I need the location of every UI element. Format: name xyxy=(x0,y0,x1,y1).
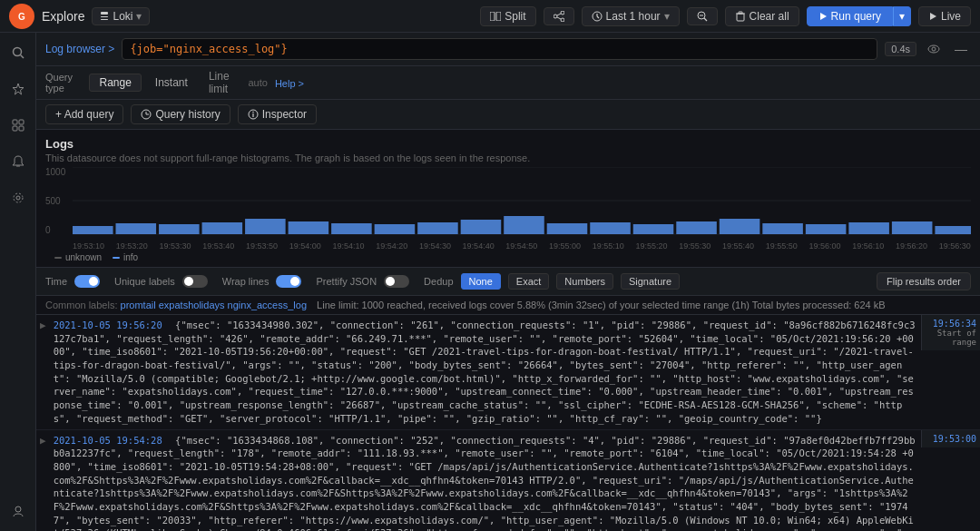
dedup-exact-button[interactable]: Exact xyxy=(508,273,550,290)
query-bar: Log browser > 0.4s — xyxy=(36,33,980,66)
svg-rect-45 xyxy=(73,226,113,234)
line-limit-label: Line limit xyxy=(209,70,241,95)
label-nginx[interactable]: nginx_access_log xyxy=(228,300,307,310)
svg-point-7 xyxy=(561,11,564,15)
live-button[interactable]: Live xyxy=(918,6,971,26)
log-sidebar-time: 19:53:00 xyxy=(926,434,976,444)
play-icon xyxy=(818,12,828,21)
left-sidebar xyxy=(0,33,36,531)
query-input[interactable] xyxy=(122,38,877,60)
svg-point-35 xyxy=(932,47,936,51)
datasource-icon xyxy=(100,11,109,22)
log-entry[interactable]: ▶ 2021-10-05 19:54:28 {"msec": "16334348… xyxy=(36,430,980,532)
svg-rect-57 xyxy=(590,222,631,234)
prettify-json-toggle[interactable] xyxy=(384,275,409,288)
controls-row: Time Unique labels Wrap lines Prettify J… xyxy=(36,267,980,296)
log-text: {"msec": "1633434868.108", "connection":… xyxy=(54,435,916,532)
legend-info-dot xyxy=(113,257,120,259)
legend-unknown-dot xyxy=(54,257,62,259)
svg-point-9 xyxy=(561,18,564,22)
collapse-icon[interactable]: — xyxy=(951,40,971,58)
svg-rect-27 xyxy=(19,120,24,124)
log-expand-icon[interactable]: ▶ xyxy=(36,430,50,450)
run-query-dropdown[interactable]: ▾ xyxy=(893,6,911,26)
svg-marker-21 xyxy=(820,13,827,20)
log-sidebar-time: 19:56:34 xyxy=(926,319,976,329)
time-range-button[interactable]: Last 1 hour ▾ xyxy=(582,6,680,26)
live-icon xyxy=(928,12,937,21)
time-toggle[interactable] xyxy=(74,275,100,288)
time-label: Time xyxy=(45,276,67,287)
sidebar-dashboard-icon[interactable] xyxy=(5,113,31,138)
datasource-chevron: ▾ xyxy=(136,10,142,23)
dedup-numbers-button[interactable]: Numbers xyxy=(556,273,613,290)
svg-rect-54 xyxy=(461,220,502,234)
svg-line-10 xyxy=(557,17,561,19)
query-history-button[interactable]: Query history xyxy=(131,104,230,124)
split-button[interactable]: Split xyxy=(480,6,535,26)
tab-range[interactable]: Range xyxy=(89,74,141,92)
log-timestamp: 2021-10-05 19:54:28 xyxy=(54,435,168,446)
svg-rect-46 xyxy=(116,223,157,234)
chart-legend: unknown info xyxy=(45,251,971,264)
chart-yaxis: 1000 500 0 xyxy=(45,167,73,235)
sidebar-bell-icon[interactable] xyxy=(5,149,31,174)
svg-rect-6 xyxy=(496,12,501,21)
log-sidebar-label: Start ofrange xyxy=(926,329,976,347)
zoom-out-button[interactable] xyxy=(687,7,718,25)
help-link[interactable]: Help > xyxy=(275,78,304,89)
unique-labels-toggle[interactable] xyxy=(182,275,208,288)
log-entry[interactable]: ▶ 2021-10-05 19:56:20 {"msec": "16334349… xyxy=(36,315,980,430)
log-text: {"msec": "1633434980.302", "connection":… xyxy=(54,320,916,424)
common-labels-text: Common labels: xyxy=(45,300,117,310)
svg-rect-26 xyxy=(13,120,17,124)
svg-point-32 xyxy=(14,193,23,202)
wrap-lines-toggle[interactable] xyxy=(276,275,301,288)
dedup-none-button[interactable]: None xyxy=(461,273,501,290)
content-area: Log browser > 0.4s — Query type Range In… xyxy=(36,33,980,531)
log-expand-icon[interactable]: ▶ xyxy=(36,315,50,335)
svg-line-14 xyxy=(597,16,599,18)
sidebar-gear-icon[interactable] xyxy=(5,185,31,211)
svg-rect-65 xyxy=(935,226,971,234)
tab-instant[interactable]: Instant xyxy=(145,74,198,92)
chart-area: 1000 500 0 xyxy=(36,167,980,267)
log-sidebar-panel: 19:53:00 xyxy=(921,430,980,447)
breadcrumb[interactable]: Log browser > xyxy=(45,43,114,55)
split-icon xyxy=(490,12,501,21)
svg-rect-18 xyxy=(737,14,744,21)
svg-rect-5 xyxy=(490,12,495,21)
sidebar-user-icon[interactable] xyxy=(5,498,31,524)
zoom-out-icon xyxy=(697,11,708,22)
inspector-button[interactable]: Inspector xyxy=(238,104,317,124)
top-nav: G Explore Loki ▾ Split Last 1 hour ▾ Cle… xyxy=(0,0,980,33)
svg-marker-25 xyxy=(13,84,24,94)
svg-text:G: G xyxy=(18,12,25,22)
run-query-button[interactable]: Run query xyxy=(807,6,893,26)
eye-icon[interactable] xyxy=(924,40,944,58)
add-query-button[interactable]: + Add query xyxy=(45,104,123,124)
datasource-selector[interactable]: Loki ▾ xyxy=(92,7,150,25)
flip-results-button[interactable]: Flip results order xyxy=(877,272,971,290)
svg-point-34 xyxy=(928,45,939,53)
clock-icon xyxy=(592,11,603,22)
label-promtail[interactable]: promtail xyxy=(121,300,156,310)
dedup-signature-button[interactable]: Signature xyxy=(621,273,680,290)
svg-line-24 xyxy=(20,55,24,59)
yaxis-500: 500 xyxy=(45,196,73,206)
inspector-icon xyxy=(248,109,259,120)
svg-line-17 xyxy=(704,18,707,21)
share-icon xyxy=(554,11,564,22)
svg-rect-64 xyxy=(892,221,933,234)
log-timestamp: 2021-10-05 19:56:20 xyxy=(54,320,168,330)
sidebar-search-icon[interactable] xyxy=(5,40,31,65)
label-expatsholidays[interactable]: expatsholidays xyxy=(159,300,225,310)
sidebar-star-icon[interactable] xyxy=(5,76,31,102)
time-chevron: ▾ xyxy=(664,10,670,23)
svg-line-11 xyxy=(557,14,561,15)
svg-point-8 xyxy=(554,15,557,18)
clear-all-button[interactable]: Clear all xyxy=(725,6,799,26)
svg-rect-61 xyxy=(762,223,803,234)
share-button[interactable] xyxy=(544,7,574,25)
svg-marker-22 xyxy=(930,13,936,20)
